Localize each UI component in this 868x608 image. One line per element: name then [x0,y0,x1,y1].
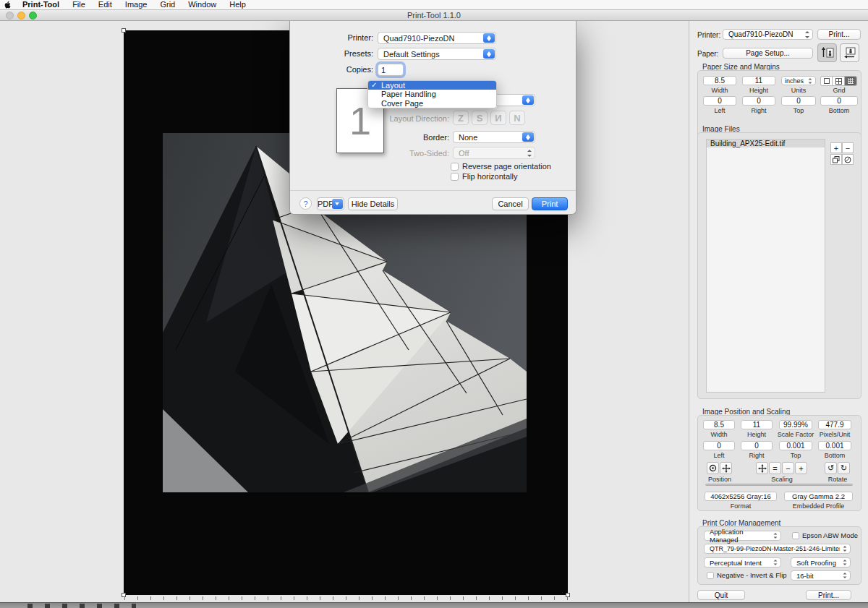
hide-details-button[interactable]: Hide Details [348,197,398,210]
scale-slider[interactable] [705,484,853,486]
menu-option-paper-handling[interactable]: Paper Handling [368,90,496,98]
margin-right-field[interactable]: 0 [742,96,775,106]
panel-printer-value: Quad7910-PiezoDN [728,30,793,38]
page-handle-bottom-left[interactable] [122,593,126,597]
border-popup[interactable]: None [453,131,535,143]
cancel-label: Cancel [498,200,522,208]
panel-print-bottom-button[interactable]: Print... [806,590,851,600]
copies-input[interactable]: 1 [378,64,404,76]
scale-up-button[interactable]: + [795,462,807,474]
panel-printer-popup[interactable]: Quad7910-PiezoDN [723,29,813,40]
remove-file-button[interactable]: − [842,142,854,153]
clear-files-button[interactable] [842,154,854,165]
image-width-field[interactable]: 8.5 [703,420,735,429]
menu-option-cover-page[interactable]: Cover Page [368,99,496,108]
panel-printer-label: Printer: [697,31,720,39]
margin-bottom-field[interactable]: 0 [820,96,858,106]
image-top-field[interactable]: 0.001 [779,441,812,450]
duplicate-icon [833,156,840,163]
margin-top-field[interactable]: 0 [781,96,816,106]
color-mode-popup[interactable]: Application Managed [704,531,781,541]
image-right-field[interactable]: 0 [741,441,773,450]
rotate-ccw-button[interactable]: ↺ [825,462,837,474]
pdf-menu-button[interactable]: PDF [317,197,344,210]
margin-left-field[interactable]: 0 [703,96,736,106]
menu-item-file[interactable]: File [66,0,92,9]
menu-item-app[interactable]: Print-Tool [16,0,66,9]
negative-label: Negative - Invert & Flip [717,571,787,579]
grid-none-button[interactable] [820,76,833,86]
layout-direction-n-button: N [509,111,525,125]
border-popup-value: None [459,133,477,142]
image-left-label: Left [703,452,735,459]
units-popup[interactable]: inches [781,76,816,85]
soft-proofing-popup[interactable]: Soft Proofing [791,557,851,568]
bit-depth-popup[interactable]: 16-bit [791,570,851,581]
image-width-label: Width [703,431,735,438]
printer-popup[interactable]: Quad7910-PiezoDN [378,32,496,44]
epson-abw-label: Epson ABW Mode [802,531,858,539]
help-icon: ? [303,200,307,208]
move-icon [722,464,731,473]
apple-menu-icon[interactable] [0,1,16,9]
grid-fine-button[interactable] [845,76,857,86]
curve-popup[interactable]: QTR_79-99-PiezoDN-Master-251-246-Limiter… [704,544,851,554]
page-handle-top-left[interactable] [122,28,126,33]
scale-factor-label: Scale Factor [775,431,817,438]
print-dialog: Printer: Quad7910-PiezoDN Presets: Defau… [289,21,576,215]
image-height-label: Height [741,431,773,438]
image-height-field[interactable]: 11 [741,420,773,429]
menu-item-help[interactable]: Help [223,0,252,9]
reverse-orientation-checkbox[interactable] [451,163,459,171]
presets-popup[interactable]: Default Settings [378,48,496,60]
scale-down-button[interactable]: − [782,462,794,474]
negative-checkbox[interactable] [707,572,714,579]
paper-width-label: Width [703,87,736,94]
print-button[interactable]: Print [532,197,568,210]
rotate-cw-button[interactable]: ↻ [838,462,850,474]
margin-right-label: Right [742,107,775,114]
help-button[interactable]: ? [299,197,312,210]
curve-value: QTR_79-99-PiezoDN-Master-251-246-Limiter… [710,545,840,552]
pdf-label: PDF [318,200,333,208]
quit-button[interactable]: Quit [697,590,745,600]
center-position-button[interactable] [707,462,719,474]
image-bottom-field[interactable]: 0.001 [818,441,851,450]
scaling-tools-label: Scaling [763,476,801,483]
chevron-down-icon [332,199,343,209]
menu-option-layout[interactable]: ✓ Layout [368,81,496,90]
settings-panel: Printer: Quad7910-PiezoDN Print... Paper… [689,21,868,602]
epson-abw-checkbox[interactable] [792,532,799,539]
add-file-button[interactable]: + [830,142,842,153]
landscape-orientation-button[interactable] [840,43,859,62]
duplicate-file-button[interactable] [830,154,842,165]
page-setup-button[interactable]: Page Setup... [723,48,813,59]
scale-equal-button[interactable]: = [769,462,781,474]
window-title: Print-Tool 1.1.0 [0,11,868,20]
menu-item-image[interactable]: Image [119,0,154,9]
cancel-button[interactable]: Cancel [492,197,529,210]
move-position-button[interactable] [720,462,732,474]
portrait-orientation-button[interactable] [817,43,837,62]
grid-coarse-button[interactable] [833,76,845,86]
intent-popup[interactable]: Perceptual Intent [704,557,781,568]
scale-factor-field[interactable]: 99.99% [779,420,812,429]
menu-item-edit[interactable]: Edit [92,0,119,9]
grid-none-icon [824,78,830,84]
page-handle-bottom-right[interactable] [566,593,570,597]
format-field: 4062x5256 Gray:16 [705,492,777,501]
image-left-field[interactable]: 0 [703,441,735,450]
paper-width-field[interactable]: 8.5 [703,76,736,85]
target-icon [709,464,717,472]
image-files-list[interactable]: Building_APX25-Edit.tif [706,139,825,393]
flip-horizontally-checkbox[interactable] [451,173,459,181]
move-icon [758,464,767,473]
chevron-updown-icon [774,533,778,539]
menu-item-grid[interactable]: Grid [153,0,182,9]
menu-item-window[interactable]: Window [182,0,223,9]
paper-height-field[interactable]: 11 [742,76,775,85]
pixels-unit-field[interactable]: 477.9 [818,420,851,429]
panel-print-top-button[interactable]: Print... [817,29,861,40]
scale-fit-button[interactable] [756,462,768,474]
image-file-row[interactable]: Building_APX25-Edit.tif [707,140,825,147]
